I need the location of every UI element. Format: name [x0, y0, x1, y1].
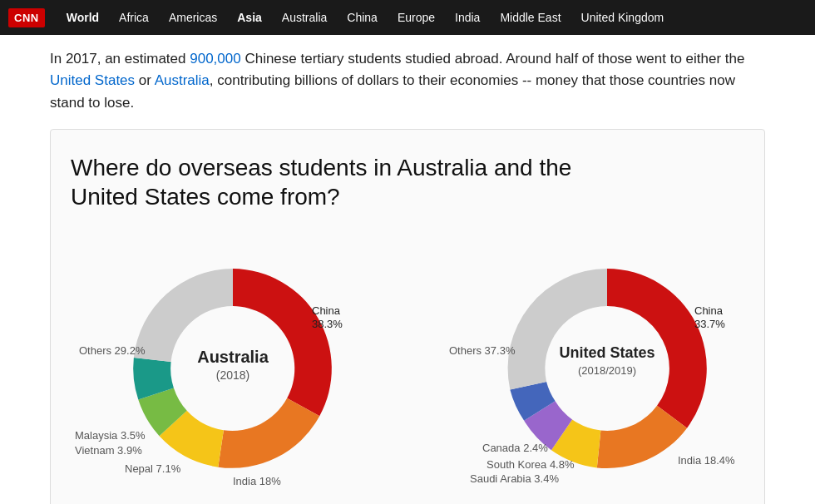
svg-text:China: China [694, 304, 724, 317]
svg-text:India 18.4%: India 18.4% [678, 454, 735, 467]
article-paragraph: In 2017, an estimated 900,000 Chinese te… [50, 48, 765, 114]
link-australia[interactable]: Australia [155, 72, 210, 88]
link-united-states[interactable]: United States [50, 72, 135, 88]
svg-text:Others 37.3%: Others 37.3% [449, 344, 516, 357]
svg-text:South Korea 4.8%: South Korea 4.8% [487, 458, 575, 471]
svg-text:(2018): (2018) [216, 368, 249, 382]
cnn-logo[interactable]: CNN [8, 8, 45, 27]
link-900000[interactable]: 900,000 [190, 51, 240, 67]
infographic-title: Where do overseas students in Australia … [71, 153, 636, 211]
nav-item-middle-east[interactable]: Middle East [490, 0, 570, 35]
australia-chart: Australia (2018) China 38.3% Others 29.2… [71, 231, 420, 489]
nav-item-australia[interactable]: Australia [272, 0, 337, 35]
nav-item-world[interactable]: World [57, 0, 109, 35]
top-navigation: CNN World Africa Americas Asia Australia… [0, 0, 815, 35]
article-body: In 2017, an estimated 900,000 Chinese te… [0, 35, 815, 504]
svg-text:Others 29.2%: Others 29.2% [79, 344, 146, 357]
article-text-mid1: Chinese tertiary students studied abroad… [241, 51, 745, 67]
article-text-before: In 2017, an estimated [50, 51, 190, 67]
svg-text:33.7%: 33.7% [694, 318, 725, 330]
svg-text:Australia: Australia [197, 348, 269, 366]
nav-item-africa[interactable]: Africa [109, 0, 159, 35]
svg-text:United States: United States [559, 344, 654, 361]
nav-links-list: World Africa Americas Asia Australia Chi… [57, 0, 674, 35]
svg-text:Vietnam 3.9%: Vietnam 3.9% [75, 444, 142, 457]
nav-item-china[interactable]: China [337, 0, 388, 35]
svg-text:Canada 2.4%: Canada 2.4% [482, 442, 548, 454]
svg-text:India 18%: India 18% [233, 475, 281, 487]
nav-item-united-kingdom[interactable]: United Kingdom [571, 0, 674, 35]
article-text-mid2: or [135, 72, 155, 88]
svg-text:Malaysia 3.5%: Malaysia 3.5% [75, 429, 146, 442]
nav-item-americas[interactable]: Americas [159, 0, 227, 35]
svg-text:Nepal 7.1%: Nepal 7.1% [125, 462, 181, 475]
nav-item-india[interactable]: India [445, 0, 490, 35]
svg-text:(2018/2019): (2018/2019) [578, 364, 636, 377]
infographic-box: Where do overseas students in Australia … [50, 129, 765, 504]
svg-text:38.3%: 38.3% [312, 318, 343, 330]
nav-item-europe[interactable]: Europe [388, 0, 445, 35]
charts-container: Australia (2018) China 38.3% Others 29.2… [71, 231, 744, 489]
svg-text:China: China [312, 304, 341, 317]
nav-item-asia[interactable]: Asia [227, 0, 272, 35]
us-chart: United States (2018/2019) China 33.7% Ot… [437, 231, 786, 489]
svg-text:Saudi Arabia 3.4%: Saudi Arabia 3.4% [470, 472, 559, 485]
